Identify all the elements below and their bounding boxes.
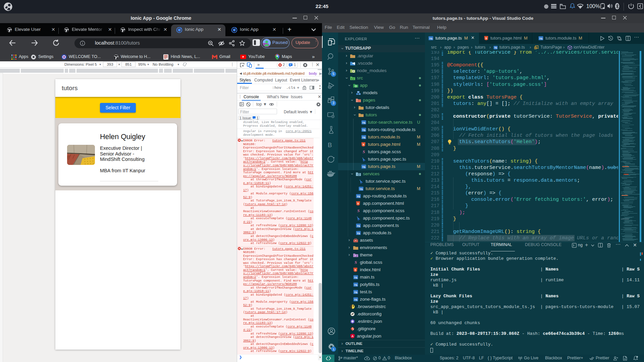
svg-text:TS: TS <box>362 136 366 139</box>
svg-text:TS: TS <box>360 188 363 191</box>
svg-text:TS: TS <box>357 232 360 235</box>
svg-text:5: 5 <box>363 143 364 146</box>
svg-text:TS: TS <box>354 298 358 301</box>
svg-text:TS: TS <box>362 166 366 169</box>
svg-text:TS: TS <box>362 129 366 132</box>
svg-text:S: S <box>363 149 365 154</box>
svg-text:TS: TS <box>362 121 366 124</box>
svg-text:TS: TS <box>357 195 360 198</box>
svg-text:TS: TS <box>494 47 497 49</box>
svg-text:TS: TS <box>357 225 360 228</box>
svg-text:A: A <box>352 335 354 338</box>
svg-text:5: 5 <box>485 37 487 40</box>
svg-text:5: 5 <box>355 268 356 272</box>
svg-text:TS: TS <box>354 284 358 287</box>
svg-text:S: S <box>357 208 360 213</box>
svg-text:TS: TS <box>429 37 433 40</box>
svg-text:TS: TS <box>354 276 358 279</box>
svg-text:S: S <box>355 260 357 265</box>
svg-text:5: 5 <box>357 202 359 205</box>
svg-text:TS: TS <box>354 291 358 294</box>
